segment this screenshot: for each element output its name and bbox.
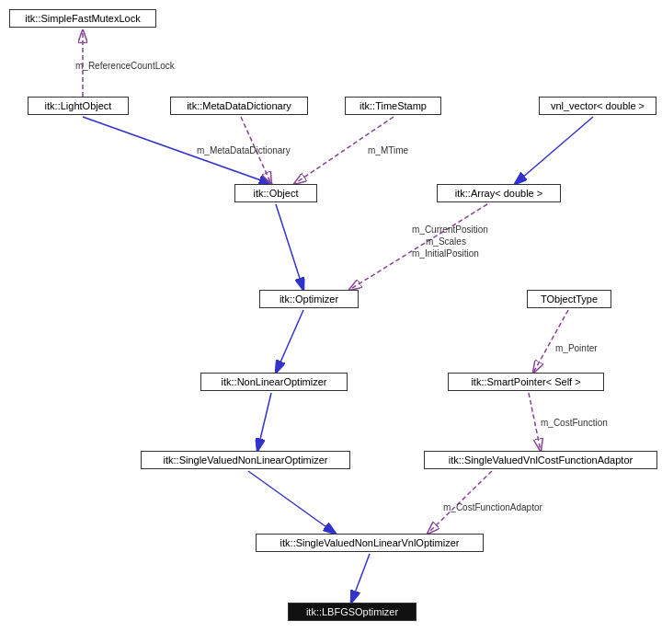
svg-line-8	[515, 117, 593, 184]
diagram-container: itk::SimpleFastMutexLock itk::LightObjec…	[0, 0, 662, 644]
node-optimizer: itk::Optimizer	[259, 290, 359, 308]
node-singlevaluednonlinearoptimizer: itk::SingleValuedNonLinearOptimizer	[141, 451, 350, 469]
label-costfunction: m_CostFunction	[541, 418, 608, 428]
node-smartpointer: itk::SmartPointer< Self >	[448, 373, 604, 391]
svg-line-10	[276, 204, 303, 290]
label-initialposition: m_InitialPosition	[412, 248, 479, 259]
node-lbfgsoptimizer: itk::LBFGSOptimizer	[288, 603, 417, 621]
svg-line-17	[351, 554, 370, 603]
node-tobjecttype: TObjectType	[527, 290, 611, 308]
label-costfunctionadaptor: m_CostFunctionAdaptor	[443, 502, 542, 512]
node-metadatadictionary: itk::MetaDataDictionary	[170, 97, 308, 115]
svg-line-11	[276, 310, 303, 373]
node-singlevaluedvnlcostfunctionadaptor: itk::SingleValuedVnlCostFunctionAdaptor	[424, 451, 657, 469]
node-singlevaluednonlinearvnloptimizer: itk::SingleValuedNonLinearVnlOptimizer	[256, 534, 484, 552]
svg-line-12	[533, 310, 568, 373]
label-scales: m_Scales	[426, 236, 466, 247]
node-arraydouble: itk::Array< double >	[437, 184, 561, 202]
node-nonlinearoptimizer: itk::NonLinearOptimizer	[200, 373, 348, 391]
label-currentposition: m_CurrentPosition	[412, 224, 488, 235]
svg-line-15	[248, 471, 336, 534]
node-simplefastmutexlock: itk::SimpleFastMutexLock	[9, 9, 156, 28]
label-pointer: m_Pointer	[555, 343, 598, 353]
node-timestamp: itk::TimeStamp	[345, 97, 441, 115]
label-metadatadictionary: m_MetaDataDictionary	[197, 145, 291, 155]
svg-line-13	[257, 393, 271, 451]
label-mtime: m_MTime	[368, 145, 408, 155]
node-object: itk::Object	[234, 184, 317, 202]
label-referencecountlock: m_ReferenceCountLock	[75, 61, 175, 71]
node-lightobject: itk::LightObject	[28, 97, 129, 115]
svg-line-9	[349, 204, 487, 290]
node-vnlvector: vnl_vector< double >	[539, 97, 656, 115]
svg-line-14	[529, 393, 541, 451]
